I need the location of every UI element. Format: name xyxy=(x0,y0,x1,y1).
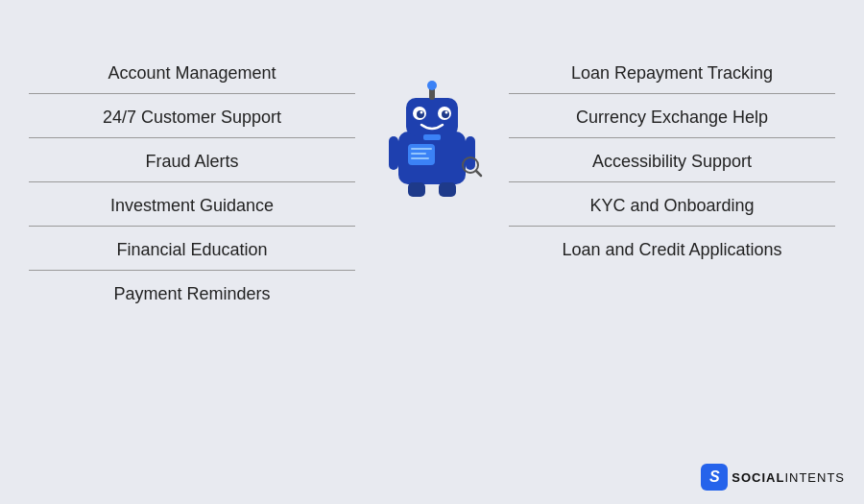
right-list-item-loan-credit-applications: Loan and Credit Applications xyxy=(509,227,835,270)
svg-rect-16 xyxy=(389,136,398,170)
right-list-item-accessibility-support: Accessibility Support xyxy=(509,138,835,182)
left-list-item-account-management: Account Management xyxy=(29,50,355,94)
brand-text: SOCIALINTENTS xyxy=(732,470,845,485)
svg-rect-15 xyxy=(466,136,475,170)
main-content: Account Management24/7 Customer SupportF… xyxy=(0,50,864,314)
svg-rect-17 xyxy=(408,182,425,197)
right-column: Loan Repayment TrackingCurrency Exchange… xyxy=(509,50,835,270)
left-list-item-investment-guidance: Investment Guidance xyxy=(29,182,355,227)
svg-rect-10 xyxy=(423,134,441,140)
left-column: Account Management24/7 Customer SupportF… xyxy=(29,50,355,314)
left-list-item-fraud-alerts: Fraud Alerts xyxy=(29,138,355,182)
brand-icon: S xyxy=(701,464,728,491)
svg-rect-12 xyxy=(411,148,432,150)
right-item-label-kyc-onboarding: KYC and Onboarding xyxy=(509,182,835,226)
page-title xyxy=(0,0,864,50)
left-item-label-fraud-alerts: Fraud Alerts xyxy=(29,138,355,181)
right-item-label-loan-repayment-tracking: Loan Repayment Tracking xyxy=(509,50,835,93)
svg-rect-13 xyxy=(411,153,426,155)
svg-point-8 xyxy=(420,111,423,114)
left-item-label-financial-education: Financial Education xyxy=(29,227,355,270)
right-item-label-loan-credit-applications: Loan and Credit Applications xyxy=(509,227,835,270)
right-list-item-currency-exchange-help: Currency Exchange Help xyxy=(509,94,835,138)
svg-line-20 xyxy=(476,171,481,176)
left-list-item-customer-support: 24/7 Customer Support xyxy=(29,94,355,138)
svg-point-3 xyxy=(427,81,437,90)
right-item-label-accessibility-support: Accessibility Support xyxy=(509,138,835,181)
svg-rect-14 xyxy=(411,157,429,159)
svg-rect-1 xyxy=(406,98,458,136)
left-item-label-payment-reminders: Payment Reminders xyxy=(29,271,355,314)
left-list-item-payment-reminders: Payment Reminders xyxy=(29,271,355,314)
left-item-label-investment-guidance: Investment Guidance xyxy=(29,182,355,226)
brand-logo: S SOCIALINTENTS xyxy=(701,464,845,491)
left-item-label-account-management: Account Management xyxy=(29,50,355,93)
left-list-item-financial-education: Financial Education xyxy=(29,227,355,271)
right-list-item-kyc-onboarding: KYC and Onboarding xyxy=(509,182,835,227)
svg-rect-18 xyxy=(439,182,456,197)
right-list-item-loan-repayment-tracking: Loan Repayment Tracking xyxy=(509,50,835,94)
svg-point-9 xyxy=(445,111,448,114)
center-robot-area xyxy=(355,50,509,194)
right-item-label-currency-exchange-help: Currency Exchange Help xyxy=(509,94,835,137)
robot-illustration xyxy=(379,79,485,194)
left-item-label-customer-support: 24/7 Customer Support xyxy=(29,94,355,137)
